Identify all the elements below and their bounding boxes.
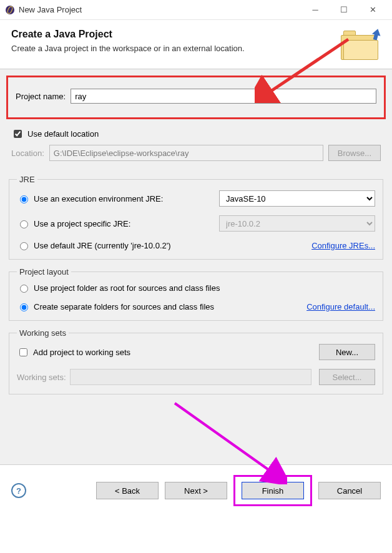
minimize-button[interactable]: ─ [301,1,330,19]
layout-option-separate-radio[interactable] [20,303,28,311]
configure-layout-link[interactable]: Configure default... [306,302,375,311]
cancel-button[interactable]: Cancel [318,482,381,499]
back-button[interactable]: < Back [96,482,159,499]
jre-option-default[interactable]: Use default JRE (currently 'jre-10.0.2') [17,240,212,250]
project-name-row: Project name: [6,76,386,119]
use-default-location-label: Use default location [27,129,99,139]
working-sets-group: Working sets Add project to working sets… [9,328,383,394]
jre-option-specific-radio[interactable] [20,220,28,228]
titlebar: New Java Project ─ ☐ ✕ [0,0,392,20]
jre-specific-select: jre-10.0.2 [219,215,375,232]
add-to-working-sets[interactable]: Add project to working sets [17,346,311,358]
working-sets-label: Working sets: [17,373,66,382]
layout-option-root[interactable]: Use project folder as root for sources a… [17,283,375,293]
layout-legend: Project layout [17,267,71,276]
finish-button[interactable]: Finish [242,482,304,499]
jre-option-specific[interactable]: Use a project specific JRE: [17,218,212,228]
new-working-set-button[interactable]: New... [319,344,375,360]
jre-group: JRE Use an execution environment JRE: Ja… [9,175,383,260]
location-label: Location: [11,149,44,158]
working-sets-select [70,369,311,385]
jre-legend: JRE [17,175,37,184]
browse-button[interactable]: Browse... [328,145,381,161]
jre-option-env[interactable]: Use an execution environment JRE: [17,193,212,203]
close-button[interactable]: ✕ [358,1,387,19]
jre-option-default-radio[interactable] [20,242,28,250]
project-name-input[interactable] [71,89,376,104]
jre-env-select[interactable]: JavaSE-10 [219,190,375,207]
wizard-body: Project name: Use default location Locat… [0,69,392,464]
use-default-location-checkbox[interactable] [14,130,22,138]
working-sets-legend: Working sets [17,328,69,338]
project-name-label: Project name: [16,92,66,101]
select-working-sets-button[interactable]: Select... [319,369,375,385]
wizard-banner-icon [341,29,381,61]
wizard-subtitle: Create a Java project in the workspace o… [11,44,341,53]
add-to-working-sets-checkbox[interactable] [19,348,27,356]
eclipse-icon [5,5,15,15]
wizard-title: Create a Java Project [11,29,341,40]
wizard-header: Create a Java Project Create a Java proj… [0,20,392,69]
wizard-footer: ? < Back Next > Finish Cancel [0,464,392,524]
location-input [49,145,323,161]
window-title: New Java Project [19,5,301,14]
help-button[interactable]: ? [11,483,26,498]
layout-option-root-radio[interactable] [20,285,28,293]
jre-option-env-radio[interactable] [20,195,28,203]
layout-option-separate[interactable]: Create separate folders for sources and … [17,301,306,311]
maximize-button[interactable]: ☐ [330,1,358,19]
configure-jres-link[interactable]: Configure JREs... [219,241,375,250]
next-button[interactable]: Next > [165,482,227,499]
layout-group: Project layout Use project folder as roo… [9,267,383,321]
finish-highlight-frame: Finish [233,475,312,506]
